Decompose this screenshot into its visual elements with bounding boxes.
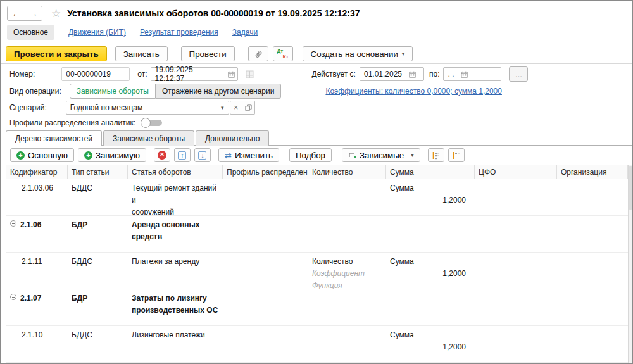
clear-icon[interactable]: × — [230, 101, 242, 115]
nav-item-tasks[interactable]: Задачи — [232, 28, 258, 37]
table-row[interactable]: 2.1.10БДДСЛизинговые платежиСумма1,2000 — [6, 326, 628, 363]
cell-sum: Сумма1,2000 — [386, 179, 475, 215]
tree-collapse-icon — [452, 151, 460, 160]
tab-dependency-tree[interactable]: Дерево зависимостей — [6, 130, 102, 146]
date-field[interactable]: 19.09.2025 12:12:37 — [151, 67, 238, 81]
table-row[interactable]: 2.1.07БДРЗатраты по лизингу производстве… — [6, 289, 628, 326]
pick-button[interactable]: Подбор — [289, 148, 332, 162]
move-down-button[interactable]: ↓ — [194, 148, 211, 162]
post-button[interactable]: Провести — [181, 46, 235, 61]
valid-from-label: Действует с: — [312, 70, 356, 78]
move-up-button[interactable]: ↑ — [174, 148, 191, 162]
document-window: ← → ☆ Установка зависимых оборотов 00-00… — [0, 0, 633, 364]
cell-sum: Сумма1,2000 — [386, 253, 475, 289]
column-header[interactable]: Тип статьи — [68, 165, 128, 179]
nav-item-movements[interactable]: Движения (БИТ) — [68, 28, 126, 37]
cell-cfo — [475, 253, 557, 289]
column-header[interactable]: Статья оборотов — [128, 165, 223, 179]
cell-organization — [557, 216, 628, 252]
create-based-on-button[interactable]: Создать на основании ▾ — [303, 46, 413, 61]
save-button[interactable]: Записать — [115, 46, 168, 61]
column-header[interactable]: Количество — [308, 165, 386, 179]
arrow-up-icon: ↑ — [178, 151, 186, 160]
operation-label: Вид операции: — [9, 87, 61, 96]
cell-codifier: 2.1.07 — [6, 289, 68, 325]
collapse-node-icon[interactable] — [10, 220, 16, 227]
delete-button[interactable]: ✕ — [154, 148, 170, 162]
cell-quantity — [308, 216, 386, 252]
collapse-node-icon[interactable] — [10, 294, 16, 300]
form-row-operation: Вид операции: Зависимые обороты Отражени… — [9, 84, 502, 99]
tab-dependent-turnovers[interactable]: Зависимые обороты — [103, 130, 194, 146]
cell-article-type: БДР — [68, 289, 128, 325]
dependents-menu-button[interactable]: Зависимые ▾ — [342, 148, 420, 162]
cell-turnover-article: Текущий ремонт зданий и сооружений — [128, 179, 223, 215]
vertical-scrollbar[interactable] — [628, 165, 632, 363]
attachments-button[interactable] — [248, 46, 268, 61]
time-grid-icon — [246, 70, 254, 78]
operation-option-other-scenario[interactable]: Отражение на другом сценарии — [156, 84, 282, 99]
table-row[interactable]: 2.1.06БДРАренда основных средств — [6, 216, 628, 253]
combo-caret-icon[interactable]: ▾ — [216, 101, 229, 115]
scenario-combo[interactable]: Годовой по месяцам ▾ — [66, 101, 229, 115]
column-header[interactable]: Кодификатор — [6, 165, 68, 179]
calendar-icon[interactable] — [458, 67, 470, 81]
favorite-star-icon[interactable]: ☆ — [51, 7, 61, 20]
nav-item-posting-result[interactable]: Результат проведения — [140, 28, 218, 37]
back-button[interactable]: ← — [8, 6, 25, 20]
calendar-icon[interactable] — [225, 67, 237, 81]
cell-turnover-article: Аренда основных средств — [128, 216, 223, 252]
column-header[interactable]: Сумма — [386, 165, 475, 179]
valid-to-field[interactable]: . . — [443, 67, 501, 81]
profiles-label: Профили распределения аналитик: — [9, 118, 135, 127]
column-header[interactable]: Организация — [557, 165, 628, 179]
add-list-icon — [348, 151, 356, 160]
form-row-number: Номер: 00-00000019 от: 19.09.2025 12:12:… — [9, 66, 528, 82]
tab-additional[interactable]: Дополнительно — [196, 130, 269, 146]
cell-cfo — [475, 289, 557, 325]
cell-codifier: 2.1.03.06 — [6, 179, 68, 215]
collapse-levels-button[interactable] — [448, 148, 465, 162]
open-icon[interactable] — [242, 101, 255, 115]
valid-from-field[interactable]: 01.01.2025 — [360, 67, 424, 81]
coefficients-link[interactable]: Коэффициенты: количество 0,0000; сумма 1… — [325, 87, 502, 96]
number-field[interactable]: 00-00000019 — [61, 67, 130, 81]
cell-article-type: БДДС — [68, 326, 128, 362]
post-and-close-button[interactable]: Провести и закрыть — [6, 46, 107, 61]
cell-article-type: БДР — [68, 216, 128, 252]
add-dependent-button[interactable]: + Зависимую — [78, 148, 146, 162]
page-title: Установка зависимых оборотов 00-00000019… — [67, 8, 360, 18]
command-bar: Провести и закрыть Записать Провести Дт … — [6, 46, 413, 61]
cell-distribution-profile — [223, 216, 308, 252]
table-row[interactable]: 2.1.11БДДСПлатежи за арендуКоличествоКоэ… — [6, 253, 628, 289]
column-header[interactable]: ЦФО — [475, 165, 557, 179]
more-button[interactable]: ... — [509, 66, 528, 82]
header: ← → ☆ Установка зависимых оборотов 00-00… — [7, 5, 360, 22]
forward-button[interactable]: → — [25, 6, 42, 20]
cell-sum: Сумма1,2000 — [386, 326, 475, 362]
plus-icon: + — [84, 151, 92, 160]
nav-item-main[interactable]: Основное — [7, 25, 54, 40]
profiles-toggle[interactable] — [141, 118, 163, 128]
add-main-button[interactable]: + Основную — [10, 148, 74, 162]
calendar-icon[interactable] — [406, 67, 418, 81]
cell-article-type: БДДС — [68, 253, 128, 289]
column-header[interactable]: Профиль распределения — [223, 165, 308, 179]
cell-codifier: 2.1.11 — [6, 253, 68, 289]
cell-organization — [557, 326, 628, 362]
swap-arrows-icon: ⇄ — [225, 151, 232, 160]
toolbar-separator — [1, 63, 632, 64]
number-label: Номер: — [9, 70, 35, 78]
expand-levels-button[interactable] — [428, 148, 444, 162]
cell-quantity: КоличествоКоэффициентФункция — [308, 253, 386, 289]
cell-distribution-profile — [223, 289, 308, 325]
edit-button[interactable]: ⇄ Изменить — [218, 148, 279, 162]
detail-tabs: Дерево зависимостей Зависимые обороты До… — [6, 130, 270, 146]
operation-toggle: Зависимые обороты Отражение на другом сц… — [70, 84, 282, 99]
operation-option-dependent[interactable]: Зависимые обороты — [70, 84, 156, 99]
cell-sum — [386, 289, 475, 325]
dtkt-register-button[interactable]: Дт Кт — [273, 46, 293, 61]
chevron-down-icon: ▾ — [402, 51, 405, 57]
table-row[interactable]: 2.1.03.06БДДСТекущий ремонт зданий и соо… — [6, 179, 628, 216]
scenario-label: Сценарий: — [9, 103, 47, 112]
